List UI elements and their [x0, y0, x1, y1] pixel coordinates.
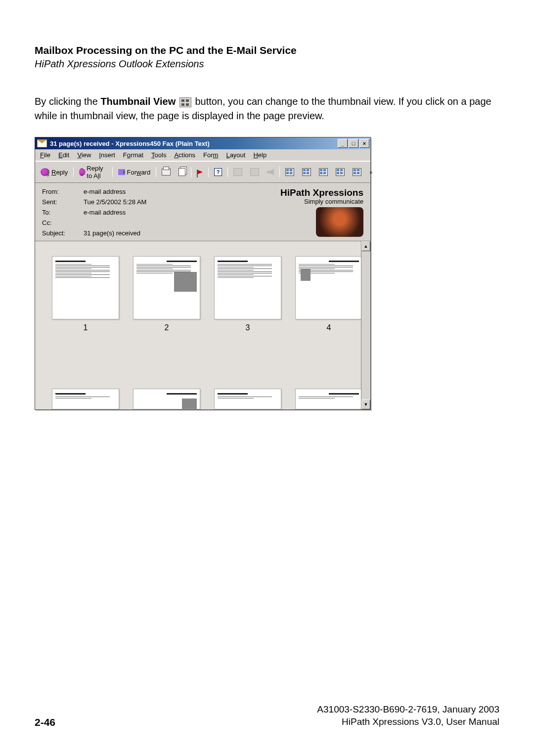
pencil-icon	[233, 168, 242, 176]
toolbar-separator	[208, 167, 209, 177]
thumb-col[interactable]: 4	[295, 256, 362, 409]
scroll-down-button[interactable]: ▼	[361, 400, 370, 409]
scroll-up-button[interactable]: ▲	[361, 241, 370, 251]
reply-all-button[interactable]: Reply to All	[76, 163, 110, 181]
outlook-window: 31 page(s) received - Xpressions450 Fax …	[35, 137, 371, 410]
tool-disabled-2	[247, 167, 263, 178]
zoom-in-button[interactable]	[332, 167, 348, 178]
doc-ref: HiPath Xpressions V3.0, User Manual	[317, 715, 499, 728]
to-label: To:	[42, 209, 72, 216]
toolbar-separator	[73, 167, 74, 177]
copy-icon	[178, 168, 185, 176]
menu-format[interactable]: Format	[121, 151, 145, 159]
cc-label: Cc:	[42, 219, 72, 226]
tool-disabled-1	[230, 167, 246, 178]
thumb-col[interactable]: 2	[133, 256, 200, 409]
to-value: e-mail address	[84, 209, 146, 216]
page-thumbnail-5[interactable]	[52, 389, 119, 409]
zoom-in-icon	[336, 168, 345, 176]
copy-button[interactable]	[175, 167, 189, 178]
flag-icon	[197, 170, 203, 175]
tool-disabled-3	[264, 168, 277, 177]
reply-all-icon	[79, 168, 85, 176]
page-footer: 2-46 A31003-S2330-B690-2-7619, January 2…	[35, 703, 499, 728]
section-subheading: HiPath Xpressions Outlook Extensions	[35, 58, 499, 70]
page-thumbnail-7[interactable]	[214, 389, 281, 409]
message-header-wrap: From: e-mail address Sent: Tue 2/5/2002 …	[35, 183, 370, 241]
body-paragraph: By clicking the Thumbnail View button, y…	[35, 94, 499, 123]
thumbnail-tool-3[interactable]	[315, 167, 331, 178]
menu-file[interactable]: File	[38, 151, 52, 159]
thumb-second-row	[52, 389, 362, 409]
menu-help[interactable]: Help	[251, 151, 268, 159]
thumbnail-tool-1[interactable]	[282, 167, 298, 178]
menu-form[interactable]: Form	[201, 151, 220, 159]
document-page: Mailbox Processing on the PC and the E-M…	[0, 0, 534, 756]
thumbnail-area: 1 2 3	[35, 241, 370, 409]
page-thumbnail-8[interactable]	[295, 389, 362, 409]
reply-label: Reply	[51, 169, 68, 176]
thumb-col[interactable]: 3	[214, 256, 281, 409]
forward-button[interactable]: Forward	[115, 167, 154, 178]
maximize-button[interactable]: □	[349, 139, 358, 148]
toolbar-separator	[156, 167, 156, 177]
thumb-label: 1	[84, 323, 88, 332]
toolbar-separator	[191, 167, 191, 177]
reply-icon	[41, 168, 49, 176]
menu-view[interactable]: View	[75, 151, 93, 159]
page-thumbnail-3[interactable]	[214, 256, 281, 319]
cc-value	[84, 219, 146, 226]
reply-all-label: Reply to All	[87, 165, 106, 179]
thumbnail-icon	[285, 168, 294, 176]
page-thumbnail-2[interactable]	[133, 256, 200, 319]
flag-button[interactable]	[193, 168, 206, 176]
sent-value: Tue 2/5/2002 5:28 AM	[84, 198, 146, 206]
section-heading: Mailbox Processing on the PC and the E-M…	[35, 44, 499, 56]
menu-actions[interactable]: Actions	[172, 151, 197, 159]
message-fields: From: e-mail address Sent: Tue 2/5/2002 …	[42, 188, 146, 237]
from-label: From:	[42, 188, 72, 195]
brand-subtitle: Simply communicate	[280, 198, 363, 205]
page-thumbnail-6[interactable]	[133, 389, 200, 409]
menu-insert[interactable]: Insert	[97, 151, 117, 159]
thumb-label: 4	[327, 323, 331, 332]
doc-id: A31003-S2330-B690-2-7619, January 2003	[317, 703, 499, 716]
toolbar-separator	[279, 167, 280, 177]
para-part-a: By clicking the	[35, 96, 100, 107]
zoom-out-button[interactable]	[349, 167, 365, 178]
thumbnail-tool-2[interactable]	[299, 167, 314, 178]
thumb-label: 3	[246, 323, 250, 332]
menu-edit[interactable]: Edit	[56, 151, 71, 159]
window-title: 31 page(s) received - Xpressions450 Fax …	[50, 140, 210, 147]
message-header: From: e-mail address Sent: Tue 2/5/2002 …	[35, 183, 370, 241]
thumb-label: 2	[165, 323, 169, 332]
close-button[interactable]: ×	[359, 139, 369, 148]
page-number: 2-46	[35, 716, 55, 728]
menu-tools[interactable]: Tools	[149, 151, 168, 159]
toolbar-separator	[112, 167, 113, 177]
minimize-button[interactable]: _	[338, 139, 348, 148]
mail-icon	[37, 139, 47, 147]
thumb-col[interactable]: 1	[52, 256, 119, 409]
toolbar-overflow[interactable]: »	[366, 168, 376, 177]
menu-layout[interactable]: Layout	[224, 151, 247, 159]
toolbar: Reply Reply to All Forward ?	[35, 161, 370, 183]
thumbnail-icon	[302, 168, 311, 176]
brand-title: HiPath Xpressions	[280, 188, 363, 198]
brand-block: HiPath Xpressions Simply communicate	[280, 188, 363, 237]
page-thumbnail-4[interactable]	[295, 256, 362, 319]
print-button[interactable]	[158, 167, 174, 177]
forward-icon	[118, 169, 125, 175]
speaker-icon	[267, 169, 274, 175]
zoom-out-icon	[353, 168, 361, 176]
help-button[interactable]: ?	[211, 167, 225, 178]
thumbnail-icon	[319, 168, 328, 176]
thumbnail-view-icon	[179, 97, 191, 107]
print-icon	[162, 169, 171, 176]
page-icon	[250, 168, 259, 176]
page-thumbnail-1[interactable]	[52, 256, 119, 319]
menubar: File Edit View Insert Format Tools Actio…	[35, 149, 370, 161]
reply-button[interactable]: Reply	[37, 167, 71, 178]
scrollbar[interactable]: ▲ ▼	[361, 241, 370, 409]
subject-value: 31 page(s) received	[84, 229, 146, 237]
